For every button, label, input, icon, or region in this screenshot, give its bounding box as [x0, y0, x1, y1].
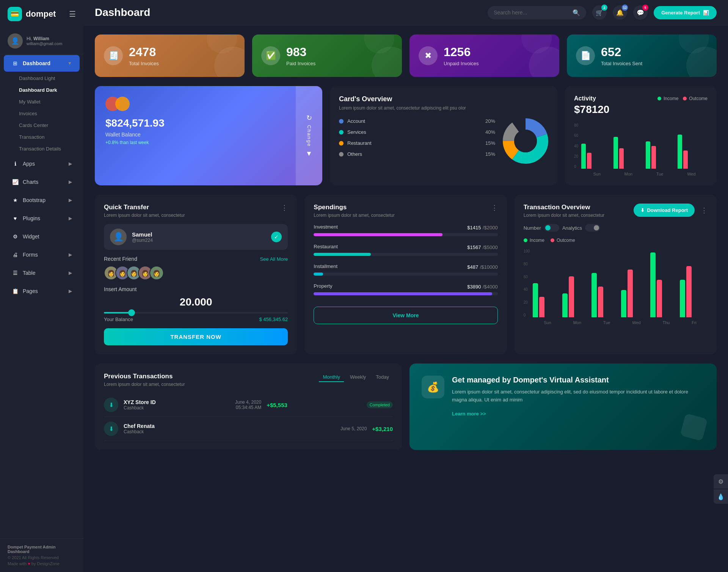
download-icon: ⬇	[640, 207, 645, 213]
spending-investment: Investment $1415 /$2000	[314, 224, 497, 236]
stat-invoices-sent: 📄 652 Total Invoices Sent	[567, 34, 717, 77]
friend-avatar-5[interactable]: 👩	[149, 266, 164, 280]
see-all-button[interactable]: See All More	[260, 256, 288, 262]
tab-today[interactable]: Today	[372, 373, 393, 382]
legend-restaurant: Restaurant 15%	[339, 140, 495, 146]
sidebar-item-table[interactable]: ☰ Table ▶	[4, 265, 80, 281]
sidebar-item-dashboard[interactable]: ⊞ Dashboard ▼	[4, 55, 80, 72]
tx-arrow-icon: ⬇	[104, 422, 118, 436]
transaction-overview-card: Transaction Overview Lorem ipsum dolor s…	[515, 194, 717, 354]
learn-more-link[interactable]: Learn more >>	[452, 411, 486, 417]
view-more-button[interactable]: View More	[314, 307, 497, 324]
paid-invoices-label: Paid Invoices	[286, 61, 315, 66]
others-dot	[339, 152, 344, 157]
toggle-analytics[interactable]	[585, 224, 600, 232]
sidebar-subitem-my-wallet[interactable]: My Wallet	[0, 96, 83, 108]
logo-icon: 💳	[8, 7, 22, 21]
sidebar-subitem-transaction[interactable]: Transaction	[0, 131, 83, 143]
generate-report-button[interactable]: Generate Report 📊	[654, 6, 717, 19]
insert-amount-label: Insert Amount	[104, 286, 288, 292]
made-with-text: Made with ♥ by DesignZone	[8, 561, 76, 566]
sidebar-item-bootstrap[interactable]: ★ Bootstrap ▶	[4, 192, 80, 208]
search-box[interactable]: 🔍	[488, 6, 586, 19]
activity-legend: Income Outcome	[657, 96, 708, 101]
prev-tx-title: Previous Transactions	[104, 373, 185, 380]
sidebar-subitem-dashboard-light[interactable]: Dashboard Light	[0, 72, 83, 84]
logo-text: dompet	[26, 9, 56, 19]
card-visual	[105, 97, 312, 111]
spending-property: Property $3890 /$4000	[314, 283, 497, 295]
more-options-icon[interactable]: ⋮	[491, 204, 498, 212]
sidebar-item-widget[interactable]: ⚙ Widget	[4, 228, 80, 245]
toggle-row: Number Analytics	[524, 224, 708, 232]
table-row: ⬇ Chef Renata Cashback June 5, 2020 +$3,…	[104, 417, 393, 441]
sidebar-item-forms[interactable]: 🖨 Forms ▶	[4, 246, 80, 263]
apps-icon: ℹ	[11, 160, 19, 168]
more-options-icon[interactable]: ⋮	[281, 204, 288, 212]
toggle-number[interactable]	[544, 224, 559, 232]
change-button[interactable]: ↻ Change ▼	[296, 86, 322, 185]
tx-overview-title: Transaction Overview	[524, 204, 604, 211]
chevron-right-icon: ▶	[69, 270, 72, 276]
chevron-right-icon: ▶	[69, 161, 72, 166]
tx-amount: +$3,210	[372, 426, 393, 432]
hamburger-icon[interactable]: ☰	[69, 9, 76, 19]
sidebar-subitem-dashboard-dark[interactable]: Dashboard Dark	[0, 84, 83, 96]
services-dot	[339, 130, 344, 135]
more-options-icon[interactable]: ⋮	[701, 206, 708, 215]
va-title: Get managed by Dompet's Virtual Assistan…	[452, 376, 704, 384]
legend-account: Account 20%	[339, 118, 495, 124]
svg-point-4	[514, 130, 537, 152]
cart-button[interactable]: 🛒 2	[592, 5, 607, 20]
sidebar-subitem-transaction-details[interactable]: Transaction Details	[0, 143, 83, 155]
quick-transfer-title: Quick Transfer	[104, 204, 185, 211]
settings-side-button[interactable]: ⚙	[714, 474, 728, 489]
notifications-button[interactable]: 🔔 12	[613, 5, 627, 20]
tab-weekly[interactable]: Weekly	[346, 373, 370, 382]
paid-invoices-number: 983	[286, 45, 315, 59]
user-email: william@gmail.com	[27, 41, 62, 46]
transfer-now-button[interactable]: TRANSFER NOW	[104, 328, 288, 345]
overview-legend: Account 20% Services 40% Restaurant 15%	[339, 118, 495, 164]
sidebar-subitem-cards-center[interactable]: Cards Center	[0, 119, 83, 131]
sidebar-item-plugins[interactable]: ♥ Plugins ▶	[4, 210, 80, 227]
sidebar-item-charts[interactable]: 📈 Charts ▶	[4, 174, 80, 190]
chevron-right-icon: ▶	[69, 288, 72, 294]
search-input[interactable]	[494, 9, 570, 16]
tab-monthly[interactable]: Monthly	[319, 373, 344, 382]
tx-amount: +$5,553	[267, 402, 287, 408]
chevron-right-icon: ▶	[69, 197, 72, 203]
messages-badge: 5	[642, 5, 648, 11]
unpaid-invoices-number: 1256	[444, 45, 479, 59]
messages-button[interactable]: 💬 5	[633, 5, 648, 20]
sidebar-item-apps[interactable]: ℹ Apps ▶	[4, 155, 80, 172]
table-row: ⬇ XYZ Store ID Cashback June 4, 2020 05:…	[104, 393, 393, 417]
download-report-button[interactable]: ⬇ Download Report	[634, 204, 695, 217]
greeting: Hi, William	[27, 36, 62, 41]
income-leg-dot	[524, 238, 527, 242]
sidebar-item-pages[interactable]: 📋 Pages ▶	[4, 283, 80, 299]
unpaid-invoices-label: Unpaid Invoices	[444, 61, 479, 66]
wallet-amount: $824,571.93	[105, 117, 312, 129]
sidebar: 💳 dompet ☰ 👤 Hi, William william@gmail.c…	[0, 0, 83, 572]
main-content: Dashboard 🔍 🛒 2 🔔 12 💬 5 Generate Report…	[83, 0, 728, 572]
user-profile: 👤 Hi, William william@gmail.com	[0, 28, 83, 54]
property-progress	[314, 292, 497, 295]
cart-badge: 2	[601, 5, 607, 11]
avatar: 👤	[8, 33, 23, 49]
prev-transactions-card: Previous Transactions Lorem ipsum dolor …	[95, 364, 402, 450]
search-icon: 🔍	[573, 9, 580, 16]
legend-services: Services 40%	[339, 129, 495, 135]
water-side-button[interactable]: 💧	[714, 489, 728, 504]
notifications-badge: 12	[622, 5, 628, 11]
stat-unpaid-invoices: ✖ 1256 Unpaid Invoices	[410, 34, 559, 77]
wallet-card: $824,571.93 Wallet Balance +0.8% than la…	[95, 86, 322, 185]
recipient-handle: @sum224	[132, 238, 153, 243]
amount-slider[interactable]	[104, 312, 288, 313]
chevron-right-icon: ▶	[69, 252, 72, 257]
charts-icon: 📈	[11, 178, 19, 186]
balance-label: Your Balance	[104, 317, 133, 322]
va-icon: 💰	[422, 376, 444, 398]
sidebar-subitem-invoices[interactable]: Invoices	[0, 108, 83, 119]
last-row: Previous Transactions Lorem ipsum dolor …	[95, 364, 717, 450]
